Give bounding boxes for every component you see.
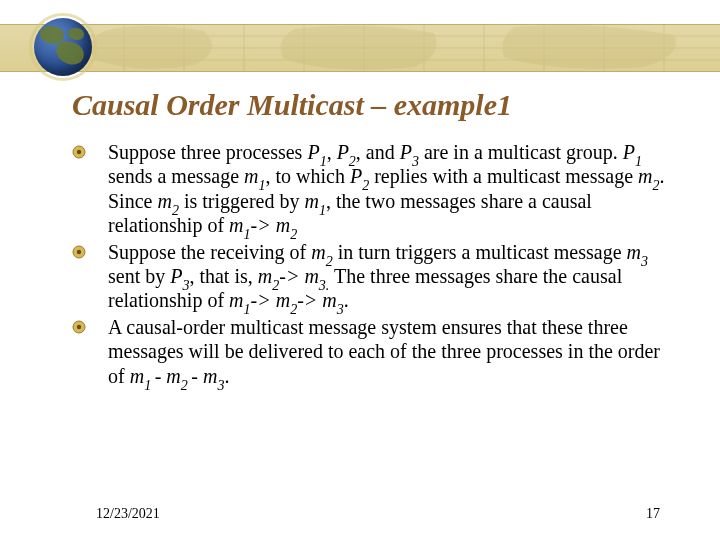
svg-point-18: [77, 325, 81, 329]
text: Suppose the receiving of m2 in turn trig…: [108, 241, 648, 312]
slide-body: Suppose three processes P1, P2, and P3 a…: [72, 140, 672, 390]
footer-page-number: 17: [646, 506, 660, 522]
footer-date: 12/23/2021: [96, 506, 160, 522]
header-grid-graphic: [74, 25, 720, 71]
svg-point-14: [77, 150, 81, 154]
footer: 12/23/2021 17: [96, 506, 660, 522]
text: Suppose three processes P1, P2, and P3 a…: [108, 141, 664, 236]
bullet-marker-icon: [72, 320, 86, 334]
bullet-2: Suppose the receiving of m2 in turn trig…: [72, 240, 672, 313]
bullet-marker-icon: [72, 145, 86, 159]
header-band: [0, 24, 720, 72]
svg-point-16: [77, 249, 81, 253]
slide: Causal Order Multicast – example1 Suppos…: [0, 0, 720, 540]
bullet-1: Suppose three processes P1, P2, and P3 a…: [72, 140, 672, 238]
globe-icon: [34, 18, 92, 76]
bullet-marker-icon: [72, 245, 86, 259]
text: A causal-order multicast message system …: [108, 316, 660, 387]
bullet-3: A causal-order multicast message system …: [72, 315, 672, 388]
slide-title: Causal Order Multicast – example1: [72, 88, 680, 121]
